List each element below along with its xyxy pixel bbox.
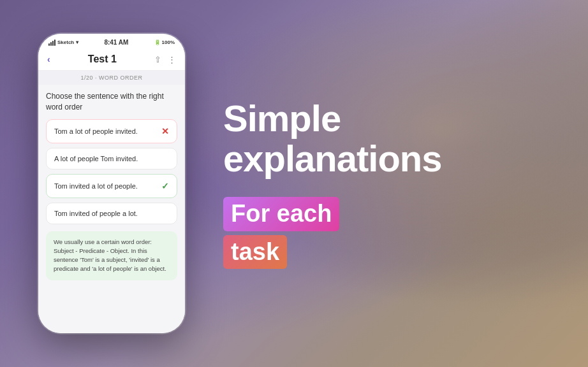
right-content: Simple explanations For each task: [185, 98, 550, 270]
wrong-icon-1: ✕: [161, 126, 169, 136]
time-label: 8:41 AM: [104, 39, 128, 46]
screen-title: Test 1: [88, 54, 117, 65]
explanation-text: We usually use a certain word order: Sub…: [54, 238, 166, 273]
correct-icon-3: ✓: [161, 181, 169, 191]
wifi-icon: ▾: [76, 40, 78, 45]
answer-option-4[interactable]: Tom invited of people a lot.: [46, 203, 177, 224]
main-heading: Simple explanations: [223, 98, 550, 180]
answer-text-2: A lot of people Tom invited.: [54, 155, 138, 162]
question-text: Choose the sentence with the right word …: [46, 91, 177, 113]
phone-mockup: Sketch ▾ 8:41 AM 🔋 100% ‹ Test 1 ⇧ ⋮ 1/2…: [38, 34, 185, 333]
answer-option-3[interactable]: Tom invited a lot of people. ✓: [46, 174, 177, 198]
status-right: 🔋 100%: [154, 40, 175, 45]
share-icon[interactable]: ⇧: [154, 55, 161, 64]
status-left: Sketch ▾: [48, 40, 78, 46]
heading-line2: explanations: [223, 138, 442, 179]
quiz-body: Choose the sentence with the right word …: [38, 85, 185, 333]
signal-icon: [48, 40, 55, 46]
highlight-line-1: For each: [223, 197, 339, 231]
answer-text-4: Tom invited of people a lot.: [54, 210, 138, 217]
answer-text-3: Tom invited a lot of people.: [54, 182, 138, 190]
answer-option-1[interactable]: Tom a lot of people invited. ✕: [46, 119, 177, 143]
battery-label: 100%: [162, 40, 175, 45]
header-icons: ⇧ ⋮: [154, 55, 176, 64]
app-header: ‹ Test 1 ⇧ ⋮: [38, 48, 185, 71]
status-bar: Sketch ▾ 8:41 AM 🔋 100%: [38, 34, 185, 48]
more-icon[interactable]: ⋮: [168, 55, 176, 64]
highlight-container: For each task: [223, 197, 550, 269]
carrier-label: Sketch: [57, 40, 74, 45]
highlight-line-2: task: [223, 235, 287, 270]
answer-text-1: Tom a lot of people invited.: [54, 127, 138, 135]
answer-option-2[interactable]: A lot of people Tom invited.: [46, 148, 177, 169]
back-button[interactable]: ‹: [47, 54, 50, 64]
progress-label: 1/20 · WORD ORDER: [80, 75, 142, 81]
battery-icon: 🔋: [154, 40, 161, 45]
heading-line1: Simple: [223, 97, 341, 139]
explanation-box: We usually use a certain word order: Sub…: [46, 231, 177, 280]
progress-section: 1/20 · WORD ORDER: [38, 71, 185, 85]
